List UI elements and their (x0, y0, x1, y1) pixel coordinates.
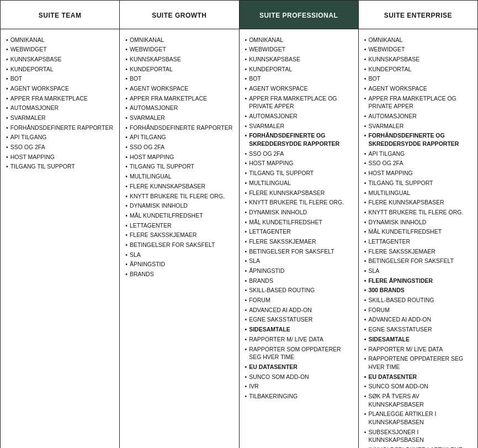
feature-item: AUTOMASJONER (6, 103, 114, 113)
feature-item: RAPPORTER M/ LIVE DATA (245, 334, 353, 344)
feature-item: WEBWIDGET (6, 45, 114, 55)
feature-item: LETTAGENTER (125, 220, 233, 230)
feature-item: BOT (6, 74, 114, 84)
feature-item-bold: FORHÅNDSDEFINERTE OG SKREDDERSYDDE RAPPO… (245, 131, 353, 149)
feature-item: SVARMALER (125, 113, 233, 123)
feature-item: KUNNSKAPSBASE (364, 54, 472, 64)
feature-item: TILGANG TIL SUPPORT (6, 162, 114, 172)
feature-item: KUNNSKAPSBASE (125, 54, 233, 64)
feature-item: BOT (364, 74, 472, 84)
feature-item: APPER FRA MARKETPLACE OG PRIVATE APPER (364, 93, 472, 111)
feature-item: AUTOMASJONER (364, 112, 472, 122)
feature-item: OMNIKANAL (364, 35, 472, 45)
feature-item: KUNNSKAPSBASE (245, 54, 353, 64)
feature-item: MULTILINGUAL (364, 188, 472, 198)
feature-item: KNYTT BRUKERE TIL FLERE ORG. (245, 198, 353, 208)
feature-item: BRANDS (125, 270, 233, 280)
feature-item: FLERE SAKSSKJEMAER (245, 236, 353, 246)
feature-item: KUNDEPORTAL (245, 64, 353, 74)
feature-item-bold: FLERE ÅPNINGSTIDER (364, 276, 472, 286)
feature-item: MULTILINGUAL (245, 178, 353, 188)
feature-item: MULTILINGUAL (125, 172, 233, 182)
feature-item: INNHOLDSBLOKKER I ARTIKLENE (364, 445, 472, 448)
feature-item: TILGANG TIL SUPPORT (125, 162, 233, 172)
feature-item: KNYTT BRUKERE TIL FLERE ORG. (364, 207, 472, 217)
feature-item: FORHÅNDSDEFINERTE RAPPORTER (125, 123, 233, 133)
feature-item: FLERE KUNNSKAPSBASER (245, 188, 353, 198)
plan-features-suite-growth: OMNIKANALWEBWIDGETKUNNSKAPSBASEKUNDEPORT… (120, 29, 238, 448)
feature-item: KUNDEPORTAL (125, 64, 233, 74)
feature-item: HOST MAPPING (364, 168, 472, 178)
plan-col-suite-team: SUITE TEAMOMNIKANALWEBWIDGETKUNNSKAPSBAS… (1, 1, 120, 448)
feature-item: AGENT WORKSPACE (6, 83, 114, 93)
feature-item: FLERE KUNNSKAPSBASER (364, 198, 472, 208)
feature-item: MÅL KUNDETILFREDSHET (125, 210, 233, 220)
feature-item-bold: SIDESAMTALE (364, 334, 472, 344)
feature-item: WEBWIDGET (125, 45, 233, 55)
plan-col-suite-professional: SUITE PROFESSIONALOMNIKANALWEBWIDGETKUNN… (240, 1, 359, 448)
feature-item: ADVANCED AI ADD-ON (245, 305, 353, 315)
feature-item: HOST MAPPING (245, 159, 353, 168)
feature-item: AGENT WORKSPACE (364, 83, 472, 93)
feature-item: AUTOMASJONER (125, 103, 233, 113)
feature-item: APPER FRA MARKETPLACE OG PRIVATE APPER (245, 93, 353, 111)
feature-item: EGNE SAKSSTATUSER (364, 325, 472, 335)
feature-item: API TILGANG (6, 133, 114, 143)
plan-features-suite-professional: OMNIKANALWEBWIDGETKUNNSKAPSBASEKUNDEPORT… (240, 29, 358, 448)
feature-item: MÅL KUNDETILFREDSHET (245, 217, 353, 227)
plan-col-suite-enterprise: SUITE ENTERPRISEOMNIKANALWEBWIDGETKUNNSK… (359, 1, 477, 448)
feature-item: DYNAMISK INNHOLD (125, 201, 233, 211)
feature-item: SSO OG 2FA (125, 143, 233, 152)
feature-item: SSO OG 2FA (6, 143, 114, 152)
plan-header-suite-professional: SUITE PROFESSIONAL (240, 1, 358, 29)
feature-item: HOST MAPPING (125, 152, 233, 162)
feature-item: FLERE KUNNSKAPSBASER (125, 181, 233, 191)
feature-item: SKILL-BASED ROUTING (364, 296, 472, 305)
feature-item: ÅPNINGSTID (245, 266, 353, 276)
pricing-table: SUITE TEAMOMNIKANALWEBWIDGETKUNNSKAPSBAS… (0, 0, 478, 448)
feature-item-bold: 300 BRANDS (364, 286, 472, 296)
feature-item: SUNCO SOM ADD-ON (364, 382, 472, 392)
feature-item: SØK PÅ TVERS AV KUNNSKAPSBASER (364, 391, 472, 409)
feature-item: KUNDEPORTAL (364, 64, 472, 74)
plan-header-suite-team: SUITE TEAM (1, 1, 119, 29)
feature-item: SKILL-BASED ROUTING (245, 286, 353, 296)
feature-item: LETTAGENTER (364, 236, 472, 246)
feature-item: SVARMALER (364, 121, 472, 131)
feature-item: BETINGELSER FOR SAKSFELT (364, 256, 472, 266)
feature-item: WEBWIDGET (245, 45, 353, 55)
feature-item: OMNIKANAL (6, 35, 114, 45)
feature-item: TILBAKERINGING (245, 391, 353, 401)
feature-item: RAPPORTER M/ LIVE DATA (364, 344, 472, 354)
feature-item: OMNIKANAL (125, 35, 233, 45)
feature-item: SUNCO SOM ADD-ON (245, 372, 353, 382)
plan-features-suite-enterprise: OMNIKANALWEBWIDGETKUNNSKAPSBASEKUNDEPORT… (359, 29, 477, 448)
feature-item: AGENT WORKSPACE (245, 83, 353, 93)
feature-item: KUNDEPORTAL (6, 64, 114, 74)
feature-item: RAPPORTENE OPPDATERER SEG HVER TIME (364, 354, 472, 372)
feature-item: AGENT WORKSPACE (125, 83, 233, 93)
feature-item: ADVANCED AI ADD-ON (364, 315, 472, 325)
feature-item-bold: EU DATASENTER (364, 372, 472, 382)
feature-item: KUNNSKAPSBASE (6, 54, 114, 64)
feature-item: LETTAGENTER (245, 227, 353, 237)
feature-item: API TILGANG (125, 133, 233, 143)
feature-item: TILGANG TIL SUPPORT (364, 178, 472, 188)
feature-item: BOT (245, 74, 353, 84)
feature-item: RAPPORTER SOM OPPDATERER SEG HVER TIME (245, 344, 353, 362)
plan-header-suite-enterprise: SUITE ENTERPRISE (359, 1, 477, 29)
feature-item: WEBWIDGET (364, 45, 472, 55)
plan-col-suite-growth: SUITE GROWTHOMNIKANALWEBWIDGETKUNNSKAPSB… (120, 1, 239, 448)
feature-item: DYNAMISK INNHOLD (364, 217, 472, 227)
feature-item: FORHÅNDSDEFINERTE RAPPORTER (6, 123, 114, 133)
feature-item: API TILGANG (364, 149, 472, 159)
feature-item: SLA (245, 256, 353, 266)
feature-item: SLA (125, 250, 233, 260)
feature-item: IVR (245, 382, 353, 392)
feature-item: AUTOMASJONER (245, 112, 353, 122)
feature-item: ÅPNINGSTID (125, 260, 233, 270)
feature-item: FLERE SAKSSKJEMAER (364, 246, 472, 256)
feature-item: SSO OG 2FA (364, 159, 472, 168)
feature-item-bold: SIDESAMTALE (245, 325, 353, 335)
feature-item: FLERE SAKSSKJEMAER (125, 230, 233, 240)
